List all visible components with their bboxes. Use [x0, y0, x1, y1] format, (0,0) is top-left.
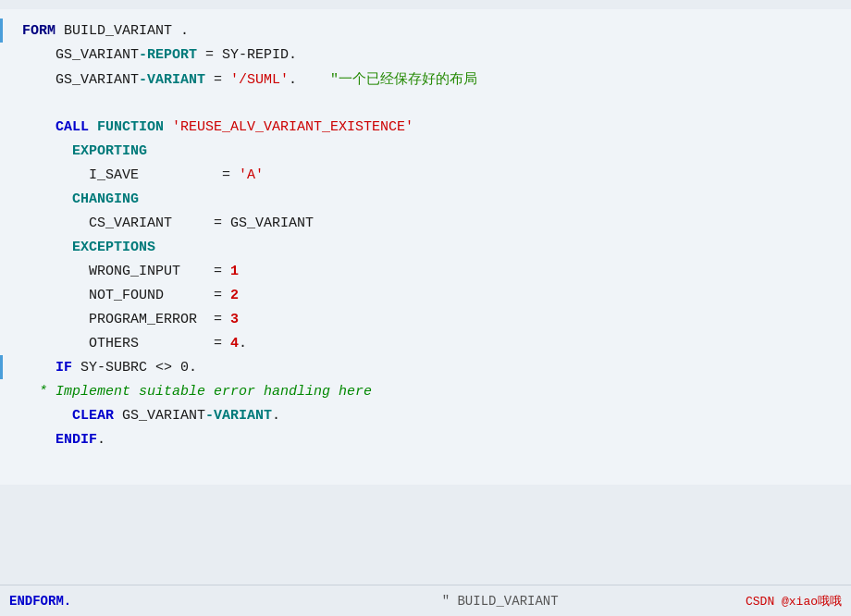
code-line: OTHERS = 4.: [0, 331, 851, 355]
code-line: CHANGING: [0, 187, 851, 211]
line-content: IF SY-SUBRC <> 0.: [22, 360, 851, 376]
code-line: EXCEPTIONS: [0, 235, 851, 259]
code-line: GS_VARIANT-REPORT = SY-REPID.: [0, 43, 851, 67]
line-content: CLEAR GS_VARIANT-VARIANT.: [22, 408, 851, 424]
endform-keyword: ENDFORM.: [9, 594, 254, 609]
code-line: [0, 451, 851, 475]
code-container: FORM BUILD_VARIANT . GS_VARIANT-REPORT =…: [0, 0, 851, 616]
bottom-comment: " BUILD_VARIANT: [254, 594, 746, 609]
line-content: CS_VARIANT = GS_VARIANT: [22, 216, 851, 231]
code-line: FORM BUILD_VARIANT .: [0, 18, 851, 43]
line-content: NOT_FOUND = 2: [22, 288, 851, 303]
code-line: CS_VARIANT = GS_VARIANT: [0, 211, 851, 235]
line-content: EXPORTING: [22, 143, 851, 159]
code-line: PROGRAM_ERROR = 3: [0, 307, 851, 331]
code-line: I_SAVE = 'A': [0, 163, 851, 187]
code-line: CLEAR GS_VARIANT-VARIANT.: [0, 403, 851, 427]
line-content: GS_VARIANT-VARIANT = '/SUML'. "一个已经保存好的布…: [22, 70, 851, 88]
line-content: * Implement suitable error handling here: [22, 384, 851, 400]
bottom-bar: ENDFORM. " BUILD_VARIANT CSDN @xiao哦哦: [0, 585, 851, 616]
code-line: GS_VARIANT-VARIANT = '/SUML'. "一个已经保存好的布…: [0, 67, 851, 91]
code-line: ENDIF.: [0, 427, 851, 451]
line-content: [22, 95, 851, 111]
line-content: CALL FUNCTION 'REUSE_ALV_VARIANT_EXISTEN…: [22, 119, 851, 135]
line-content: EXCEPTIONS: [22, 240, 851, 255]
code-line: [0, 91, 851, 115]
line-content: CHANGING: [22, 191, 851, 207]
line-content: [22, 456, 851, 472]
code-line: * Implement suitable error handling here: [0, 379, 851, 403]
attribution: CSDN @xiao哦哦: [746, 593, 842, 610]
code-line: CALL FUNCTION 'REUSE_ALV_VARIANT_EXISTEN…: [0, 115, 851, 139]
line-content: ENDIF.: [22, 432, 851, 448]
bottom-comment-text: " BUILD_VARIANT: [442, 594, 559, 609]
code-block: FORM BUILD_VARIANT . GS_VARIANT-REPORT =…: [0, 9, 851, 485]
code-line: NOT_FOUND = 2: [0, 283, 851, 307]
code-line: EXPORTING: [0, 139, 851, 163]
code-line: WRONG_INPUT = 1: [0, 259, 851, 283]
line-content: GS_VARIANT-REPORT = SY-REPID.: [22, 47, 851, 63]
line-content: FORM BUILD_VARIANT .: [22, 23, 851, 39]
line-content: I_SAVE = 'A': [22, 167, 851, 183]
line-content: WRONG_INPUT = 1: [22, 264, 851, 279]
code-line: IF SY-SUBRC <> 0.: [0, 355, 851, 379]
line-content: OTHERS = 4.: [22, 336, 851, 351]
line-content: PROGRAM_ERROR = 3: [22, 312, 851, 327]
